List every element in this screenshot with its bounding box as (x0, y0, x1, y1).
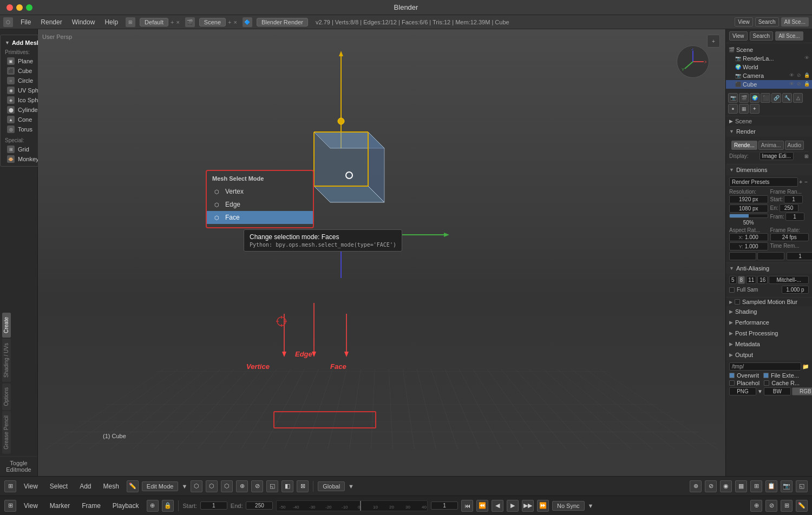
menu-file[interactable]: File (16, 17, 35, 27)
pb-next[interactable]: ▶▶ (522, 500, 534, 512)
select-edge[interactable]: ⬡ Edge (207, 198, 313, 211)
tree-world[interactable]: 🌍 World (726, 63, 812, 71)
frame-val-tl[interactable]: 1 (431, 501, 458, 510)
status-mesh[interactable]: Mesh (99, 481, 123, 491)
mesh-select-icon-f[interactable]: ⬡ (221, 480, 233, 492)
pb-next-key[interactable]: ⏩ (537, 500, 549, 512)
aa-filter[interactable]: Mitchell-... (769, 276, 809, 284)
sync-mode-btn[interactable]: No Sync (552, 501, 585, 511)
frame-ctrl-3[interactable]: 1 (787, 252, 812, 260)
render-section-header[interactable]: ▼ Render (726, 126, 812, 137)
pb-play[interactable]: ▶ (507, 500, 519, 512)
edit-mode-btn[interactable]: Edit Mode (142, 481, 179, 491)
minimize-button[interactable] (16, 4, 23, 11)
start-val-tl[interactable]: 1 (200, 501, 227, 510)
toolbar-right-3[interactable]: ◉ (720, 480, 732, 492)
timeline-ruler[interactable]: -50 -40 -30 -20 -10 0 10 20 30 40 50 (276, 500, 428, 511)
menu-help[interactable]: Help (100, 17, 122, 27)
output-folder-icon[interactable]: 📁 (802, 364, 809, 369)
scene-add[interactable]: + (228, 19, 231, 25)
display-btn[interactable]: ⊞ (804, 154, 809, 159)
display-value[interactable]: Image Edi... (759, 152, 794, 160)
render-presets-btn[interactable]: Render Presets (729, 177, 798, 187)
aa-8[interactable]: 8 (738, 276, 745, 284)
end-input[interactable]: 250 (780, 204, 798, 212)
toolbar-icon-5[interactable]: ⊠ (297, 480, 309, 492)
scene-label[interactable]: Scene (199, 18, 226, 27)
frame-input[interactable]: 1 (785, 213, 804, 221)
prop-icon-scene[interactable]: 🎬 (739, 93, 749, 103)
select-vertex[interactable]: ⬡ Vertex (207, 185, 313, 198)
res-width[interactable]: 1920 px (729, 195, 768, 203)
tab-anim[interactable]: Anima... (758, 141, 784, 150)
cache-checkbox[interactable] (764, 380, 769, 386)
prop-icon-world[interactable]: 🌍 (750, 93, 759, 103)
pb-prev[interactable]: ◀ (492, 500, 503, 512)
rgb-btn[interactable]: RGB (792, 387, 812, 395)
toolbar-icon-4[interactable]: ◧ (281, 480, 293, 492)
mesh-select-icon-e[interactable]: ⬡ (206, 480, 218, 492)
timeline-frame[interactable]: Frame (77, 501, 105, 511)
status-view-icon[interactable]: ⊞ (4, 480, 16, 492)
toolbar-icon-3[interactable]: ◱ (266, 480, 278, 492)
timeline-view[interactable]: View (19, 501, 42, 511)
shading-header[interactable]: ▶ Shading (726, 306, 812, 317)
view-btn-right[interactable]: View (729, 31, 748, 41)
overwrite-checkbox[interactable] (729, 373, 735, 378)
pb-prev-key[interactable]: ⏪ (476, 500, 488, 512)
viewport[interactable]: User Persp X Z Y (38, 29, 725, 476)
toolbar-icon-1[interactable]: ⊕ (236, 480, 248, 492)
smb-checkbox[interactable] (735, 299, 740, 305)
tree-camera[interactable]: 📷 Camera 👁 ⊘ 🔒 (726, 71, 812, 80)
toolbar-right-1[interactable]: ⊕ (690, 480, 702, 492)
menu-window[interactable]: Window (68, 17, 100, 27)
search-btn-top[interactable]: Search (755, 17, 779, 27)
toolbar-right-4[interactable]: ▦ (735, 480, 747, 492)
aa-5[interactable]: 5 (729, 276, 737, 284)
select-face[interactable]: ⬡ Face (207, 211, 313, 224)
close-button[interactable] (6, 4, 13, 11)
maximize-button[interactable] (26, 4, 32, 11)
timeline-right-2[interactable]: ⊘ (765, 500, 777, 512)
aa-header[interactable]: ▼ Anti-Aliasing (726, 263, 812, 274)
prop-icon-modifier[interactable]: 🔧 (782, 93, 792, 103)
workspace-label[interactable]: Default (140, 18, 168, 27)
prop-icon-particles[interactable]: ✦ (750, 104, 759, 114)
view-btn-top[interactable]: View (735, 17, 753, 27)
sync-arrow[interactable]: ▼ (588, 503, 594, 509)
timeline-playback[interactable]: Playback (108, 501, 143, 511)
res-height[interactable]: 1080 px (729, 204, 768, 213)
global-arrow[interactable]: ▼ (348, 483, 354, 490)
all-scenes-btn-right[interactable]: All Sce... (775, 31, 803, 41)
toolbar-icon-2[interactable]: ⊘ (251, 480, 263, 492)
end-val-tl[interactable]: 250 (246, 501, 273, 510)
prop-icon-data[interactable]: △ (793, 93, 803, 103)
bw-btn[interactable]: BW (764, 387, 791, 395)
performance-header[interactable]: ▶ Performance (726, 317, 812, 328)
pb-start[interactable]: ⏮ (461, 500, 473, 512)
menu-render[interactable]: Render (36, 17, 66, 27)
tab-audio[interactable]: Audio (785, 141, 804, 150)
workspace-add[interactable]: + (171, 19, 174, 25)
status-add[interactable]: Add (75, 481, 95, 491)
toolbar-right-6[interactable]: 📋 (765, 480, 777, 492)
tab-render[interactable]: Rende... (731, 141, 757, 150)
lock-icon-2[interactable]: 🔒 (803, 81, 810, 88)
tab-grease-pencil[interactable]: Grease Pencil (2, 411, 11, 454)
aa-11[interactable]: 11 (746, 276, 756, 284)
timeline-right-1[interactable]: ⊕ (750, 500, 762, 512)
toggle-editmode[interactable]: Toggle Editmode (0, 456, 37, 476)
aa-filter-val[interactable]: 1.000 p (782, 286, 809, 294)
toolbar-right-7[interactable]: 📷 (781, 480, 793, 492)
restrict-icon[interactable]: ⊘ (796, 72, 802, 79)
all-scenes-btn[interactable]: All Sce... (781, 17, 809, 27)
frame-ctrl-1[interactable] (729, 252, 756, 260)
global-btn[interactable]: Global (318, 481, 345, 491)
tab-create[interactable]: Create (2, 313, 11, 338)
tree-renderlayer[interactable]: 📷 RenderLa... 👁 (726, 54, 812, 63)
timeline-lock-icon[interactable]: 🔒 (162, 500, 174, 512)
timeline-marker[interactable]: Marker (45, 501, 74, 511)
renderer-label[interactable]: Blender Render (257, 18, 308, 27)
status-view[interactable]: View (19, 481, 42, 491)
eye-icon-2[interactable]: 👁 (788, 72, 795, 79)
